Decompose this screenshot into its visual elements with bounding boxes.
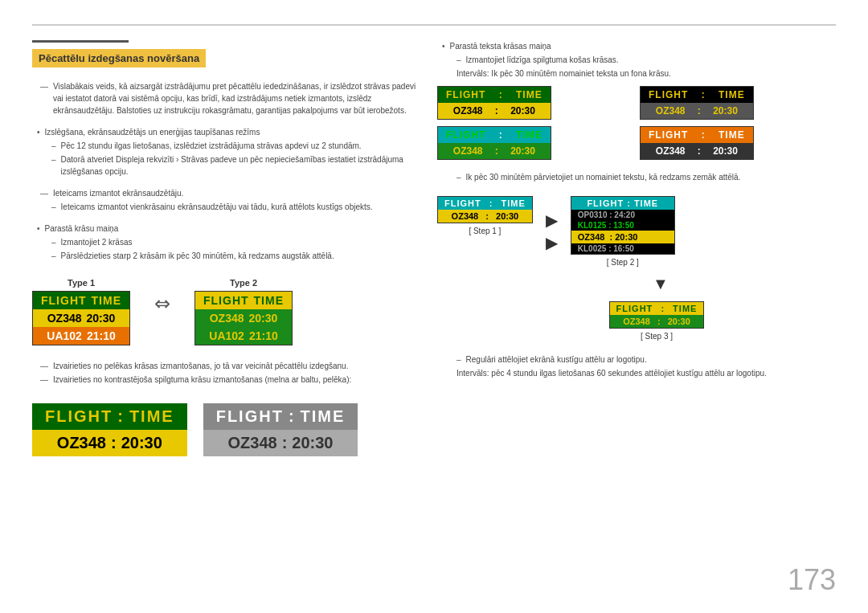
step1-col: FLIGHT : TIME OZ348 : 20:30 [ Step 1 ] — [437, 196, 533, 235]
intro-text: Vislabākais veids, kā aizsargāt izstrādā… — [40, 80, 418, 116]
step3-widget: FLIGHT : TIME OZ348 : 20:30 — [609, 301, 705, 329]
bullet-item-colors: Parastā krāsu maiņa Izmantojiet 2 krāsas… — [32, 223, 418, 264]
widget-type1-header: FLIGHT TIME — [33, 292, 129, 309]
type2-col: Type 2 FLIGHT TIME OZ348 20:30 UA102 21: — [194, 278, 293, 345]
type-comparison: Type 1 FLIGHT TIME OZ348 20:30 UA102 21: — [32, 278, 418, 345]
right-column: Parastā teksta krāsas maiņa Izmantojiet … — [437, 40, 836, 597]
step2-scroll-widget: FLIGHT : TIME OP0310 : 24:20 KL0125 : 13… — [571, 196, 675, 255]
scroll-row-1: OP0310 : 24:20 — [571, 210, 674, 220]
widget-type2-header: FLIGHT TIME — [195, 292, 292, 309]
step1-to-step2-arrow: ▶ ▶ — [546, 210, 558, 252]
step2-to-step3-arrow: ▼ — [485, 275, 836, 293]
grid-widget-4: FLIGHT : TIME OZ348 : 20:30 — [640, 126, 836, 160]
grid-widget-2: FLIGHT : TIME OZ348 : 20:30 — [640, 86, 836, 120]
step2-label: [ Step 2 ] — [607, 258, 639, 267]
large-gray-row: OZ348 : 20:30 — [203, 430, 358, 456]
grid-widget-3: FLIGHT : TIME OZ348 : 20:30 — [437, 126, 633, 160]
widget-type1-row-oz: OZ348 20:30 — [33, 309, 129, 327]
section-title: Pēcattēlu izdegšanas novēršana — [32, 40, 418, 72]
right-bottom-text: Regulāri attēlojiet ekrānā kustīgu attēl… — [437, 353, 836, 379]
large-green-row: OZ348 : 20:30 — [32, 430, 187, 456]
step3-label: [ Step 3 ] — [641, 332, 673, 341]
step1-widget: FLIGHT : TIME OZ348 : 20:30 — [437, 196, 533, 223]
flight-widget-grid: FLIGHT : TIME OZ348 : 20:30 FLIGHT : TIM… — [437, 86, 836, 160]
large-widget-green: FLIGHT : TIME OZ348 : 20:30 — [32, 403, 187, 456]
steps-area: FLIGHT : TIME OZ348 : 20:30 [ Step 1 ] ▶… — [437, 196, 836, 267]
step1-label: [ Step 1 ] — [469, 227, 501, 235]
left-column: Pēcattēlu izdegšanas novēršana Vislabāka… — [32, 40, 418, 597]
right-step-desc: Ik pēc 30 minūtēm pārvietojiet un nomain… — [457, 171, 836, 183]
widget-type1: FLIGHT TIME OZ348 20:30 UA102 21:10 — [32, 291, 130, 345]
scroll-row-4: KL0025 : 16:50 — [571, 243, 674, 254]
step2-col: FLIGHT : TIME OP0310 : 24:20 KL0125 : 13… — [571, 196, 675, 267]
widget-type2-row-oz: OZ348 20:30 — [195, 309, 292, 327]
large-widget-gray: FLIGHT : TIME OZ348 : 20:30 — [203, 403, 358, 456]
grid-widget-1: FLIGHT : TIME OZ348 : 20:30 — [437, 86, 633, 120]
dash-item-screensaver: Ieteicams izmantot ekrānsaudzētāju. Iete… — [32, 187, 418, 215]
scroll-row-2: KL0125 : 13:50 — [571, 220, 674, 231]
right-bullet: Parastā teksta krāsas maiņa Izmantojiet … — [437, 40, 836, 80]
content-area: Pēcattēlu izdegšanas novēršana Vislabāka… — [32, 40, 836, 597]
type1-col: Type 1 FLIGHT TIME OZ348 20:30 UA102 21: — [32, 278, 130, 345]
page: Pēcattēlu izdegšanas novēršana Vislabāka… — [0, 0, 868, 613]
top-divider — [32, 24, 836, 26]
large-gray-header: FLIGHT : TIME — [203, 403, 358, 430]
widget-type2: FLIGHT TIME OZ348 20:30 UA102 21:10 — [194, 291, 293, 345]
large-green-header: FLIGHT : TIME — [32, 403, 187, 430]
bottom-large-widgets: FLIGHT : TIME OZ348 : 20:30 FLIGHT : — [32, 403, 418, 456]
bullet-item-1: Izslēgšana, ekrānsaudzētājs un enerģijas… — [32, 126, 418, 179]
step3-col: FLIGHT : TIME OZ348 : 20:30 [ Step 3 ] — [477, 301, 836, 341]
swap-arrows-icon: ⇔ — [154, 292, 170, 315]
scroll-row-main: OZ348 : 20:30 — [571, 231, 674, 243]
widget-type1-row-ua: UA102 21:10 — [33, 327, 129, 345]
widget-type2-row-ua: UA102 21:10 — [195, 327, 292, 345]
page-number: 173 — [788, 563, 836, 597]
bottom-dash-1: Izvairieties no pelēkas krāsas izmantoša… — [32, 360, 418, 387]
